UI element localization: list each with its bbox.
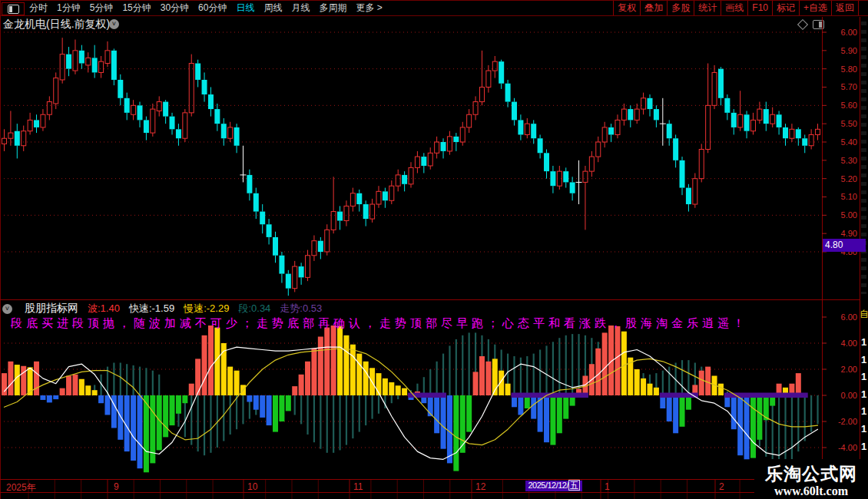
indicator-header: ˅ 股朋指标网 波:1.40快速:-1.59慢速:-2.29段:0.34走势:0… (2, 302, 322, 315)
watermark-site-name: 乐淘公式网 (754, 462, 868, 486)
sidebar-digit: 1 (861, 388, 867, 400)
price-axis-label: 5.50 (825, 119, 857, 128)
price-axis-label: 5.90 (825, 46, 857, 55)
indicator-param: 段:0.34 (238, 302, 270, 316)
indicator-param: 走势:0.53 (280, 302, 322, 316)
indicator-bars-group (2, 322, 819, 473)
sidebar-digit: 1 (861, 441, 867, 452)
price-axis-label: 5.70 (825, 82, 857, 91)
indicator-param: 慢速:-2.29 (184, 302, 229, 316)
indicator-axis-label: 2.00 (825, 365, 857, 374)
indicator-axis-label: -2.00 (825, 417, 857, 426)
sidebar-tab-label[interactable]: 自 (860, 308, 868, 321)
main-gridlines (0, 32, 822, 252)
date-marker-date: 2025/12/12/ (528, 481, 568, 490)
price-axis-label: 5.40 (825, 137, 857, 147)
indicator-param: 快速:-1.59 (129, 302, 174, 316)
indicator-axis-label: 0.00 (825, 391, 857, 400)
price-axis-label: 5.20 (825, 174, 857, 183)
collapse-pane-icon[interactable]: ˅ (2, 304, 12, 314)
watermark-url: www.60lt.com (754, 484, 868, 498)
price-axis-label: 5.30 (825, 156, 857, 165)
price-axis-label: 5.80 (825, 64, 857, 74)
indicator-axis-label: 4.00 (825, 339, 857, 348)
indicator-param: 波:1.40 (88, 302, 120, 316)
sidebar-digit: 1 (861, 336, 867, 348)
indicator-axis-label: -4.00 (825, 443, 857, 452)
charts-canvas (0, 0, 868, 499)
sidebar-digit: 1 (861, 423, 867, 435)
sidebar-digit: 1 (861, 405, 867, 417)
x-axis-label: 2025年 (6, 481, 36, 494)
candles-group (2, 38, 820, 296)
price-axis-label: 5.60 (825, 101, 857, 110)
date-marker-weekday: 五 (568, 480, 580, 491)
sidebar-digit: 1 (861, 371, 867, 382)
indicator-name[interactable]: 股朋指标网 (25, 302, 78, 316)
price-axis-label: 4.90 (825, 229, 857, 238)
x-axis-label: 1 (605, 481, 610, 492)
indicator-advice-text: 段底买进段顶抛，随波加减不可少；走势底部再确认，走势顶部尽早跑；心态平和看涨跌，… (11, 316, 748, 331)
price-axis-label: 5.10 (825, 192, 857, 201)
x-axis-label: 9 (114, 481, 119, 492)
x-axis-label: 10 (247, 481, 257, 492)
x-axis-label: 2 (719, 481, 724, 492)
sidebar-digit: 1 (861, 354, 867, 365)
x-axis-label: 11 (353, 481, 363, 492)
indicator-axis-label: 6.00 (825, 312, 857, 322)
price-marker-badge: 4.80 (823, 239, 866, 252)
price-axis-label: 6.00 (825, 28, 857, 37)
date-marker-badge: 2025/12/12/五 (525, 481, 582, 491)
trading-app-window: 分时1分钟5分钟15分钟30分钟60分钟日线周线月线多周期更多 > 复权叠加多股… (0, 0, 868, 499)
x-axis-label: 12 (475, 481, 485, 492)
price-axis-label: 5.00 (825, 210, 857, 220)
watermark: 乐淘公式网 www.60lt.com (754, 459, 868, 499)
